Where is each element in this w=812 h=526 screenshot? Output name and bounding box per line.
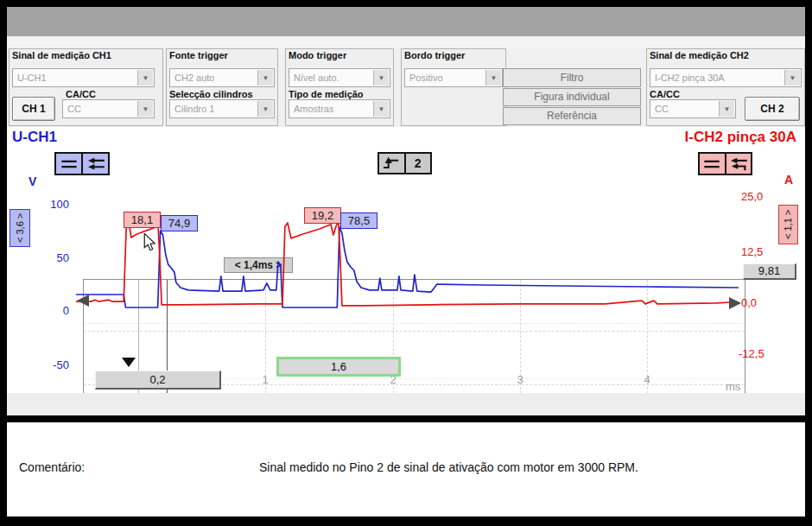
ch1-cacc-label: CA/CC [66,89,96,99]
trace-I-CH2 pinça 30A [76,221,739,306]
x-tick-1: 1 [256,373,275,386]
chevron-down-icon[interactable]: ▼ [373,101,389,117]
trigger-mode-label: Modo trigger [289,50,346,60]
left-tick-100: 100 [40,198,69,211]
trigger-source-label: Fonte trigger [169,50,228,60]
ch2-scale-scroll-control[interactable] [698,152,752,175]
chevron-down-icon[interactable]: ▼ [485,70,501,86]
chart-footer-strip [7,393,805,415]
ch1-signal-dropdown[interactable]: U-CH1▼ [12,68,155,87]
left-tick-neg50: -50 [40,358,69,371]
trigger-source-dropdown[interactable]: CH2 auto▼ [169,68,275,87]
window-titlebar [7,7,805,36]
trigger-channel-badge[interactable]: 2 [404,154,431,173]
chevron-down-icon[interactable]: ▼ [137,70,153,86]
right-tick-12: 12,5 [741,245,763,258]
pan-right-arrow[interactable] [729,297,741,309]
ch1-trace-title: U-CH1 [12,129,57,146]
cylinder-select-label: Selecção cilindros [169,89,253,99]
left-tick-0: 0 [40,304,69,317]
left-tick-50: 50 [40,251,69,264]
right-tick-0: 0,0 [741,296,757,309]
cylinder-select-dropdown[interactable]: Cilindro 1▼ [169,99,275,118]
ch1-offset-lines-icon[interactable] [56,154,81,174]
menu-strip [7,36,805,48]
measure-type-dropdown[interactable]: Amostras▼ [289,99,390,118]
right-tick-25: 25,0 [741,190,763,203]
trigger-edge-dropdown[interactable]: Positivo▼ [404,68,503,87]
comment-section: Comentário: Sinal medido no Pino 2 de si… [7,422,805,516]
x-tick-3: 3 [511,373,530,386]
chevron-down-icon[interactable]: ▼ [719,101,734,117]
comment-label: Comentário: [19,460,85,474]
ch1-signal-label: Sinal de medição CH1 [12,50,111,60]
pan-left-arrow[interactable] [77,295,89,307]
filtro-button[interactable]: Filtro [503,68,641,87]
comment-text: Sinal medido no Pino 2 de sinal de ativa… [259,460,638,474]
chevron-down-icon[interactable]: ▼ [373,70,389,86]
ch1-cacc-dropdown[interactable]: CC▼ [62,99,155,118]
ch2-button[interactable]: CH 2 [745,97,800,121]
ch1-scroll-left-icon[interactable] [81,154,108,174]
ch2-signal-label: Sinal de medição CH2 [650,50,749,60]
ch1-scale-scroll-control[interactable] [54,152,110,175]
right-tick-neg12: -12,5 [739,347,764,360]
right-axis-unit: A [784,173,793,187]
toolbar: Sinal de medição CH1 U-CH1▼ CA/CC CH 1 C… [7,48,805,127]
ch2-offset-lines-icon[interactable] [700,154,725,174]
ch1-scale-badge[interactable]: < 3,6 > [10,209,30,247]
cursor-time-badge[interactable]: 1,6 [276,357,401,377]
ch1-peak2-label: 78,5 [340,212,377,229]
section-divider [7,415,805,422]
ch2-peak2-label: 19,2 [304,207,341,224]
ch2-cacc-dropdown[interactable]: CC▼ [650,99,736,118]
app-window: Sinal de medição CH1 U-CH1▼ CA/CC CH 1 C… [0,0,812,526]
x-axis-unit: ms [726,380,740,393]
trigger-settings-control[interactable]: 2 [377,152,432,174]
ch2-value-readout[interactable]: 9,81 [743,263,796,280]
ch2-scale-badge[interactable]: < 1,1 > [778,205,798,244]
trace-U-CH1 [76,227,739,307]
x-tick-4: 4 [638,373,657,386]
ch2-return-arrow-icon[interactable] [725,154,752,174]
ch2-trace-title: I-CH2 pinça 30A [685,129,796,146]
figura-individual-button[interactable]: Figura individual [503,88,641,106]
trigger-mode-dropdown[interactable]: Nível auto.▼ [289,68,390,87]
chevron-down-icon[interactable]: ▼ [137,101,153,117]
time-offset-badge[interactable]: 0,2 [95,371,221,390]
ch2-signal-dropdown[interactable]: I-CH2 pinça 30A▼ [650,68,802,87]
chevron-down-icon[interactable]: ▼ [784,70,800,86]
ch1-button[interactable]: CH 1 [12,97,55,121]
chevron-down-icon[interactable]: ▼ [257,101,273,117]
ch2-cacc-label: CA/CC [650,89,680,99]
chevron-down-icon[interactable]: ▼ [257,70,273,86]
left-axis-unit: V [29,174,36,188]
trigger-edge-label: Bordo trigger [404,50,465,60]
ch1-peak1-label: 74,9 [161,215,198,231]
mouse-cursor-icon [143,233,156,252]
measure-type-label: Tipo de medição [289,89,364,99]
waveform-canvas[interactable] [76,152,739,366]
referencia-button[interactable]: Referência [503,107,641,125]
ch2-peak1-label: 18,1 [124,212,161,228]
trigger-time-marker[interactable] [122,358,136,367]
scope-chart-area: U-CH1 < 1,4ms > I-CH2 pinça 30A [7,127,805,393]
trigger-rising-edge-icon[interactable] [379,154,404,173]
